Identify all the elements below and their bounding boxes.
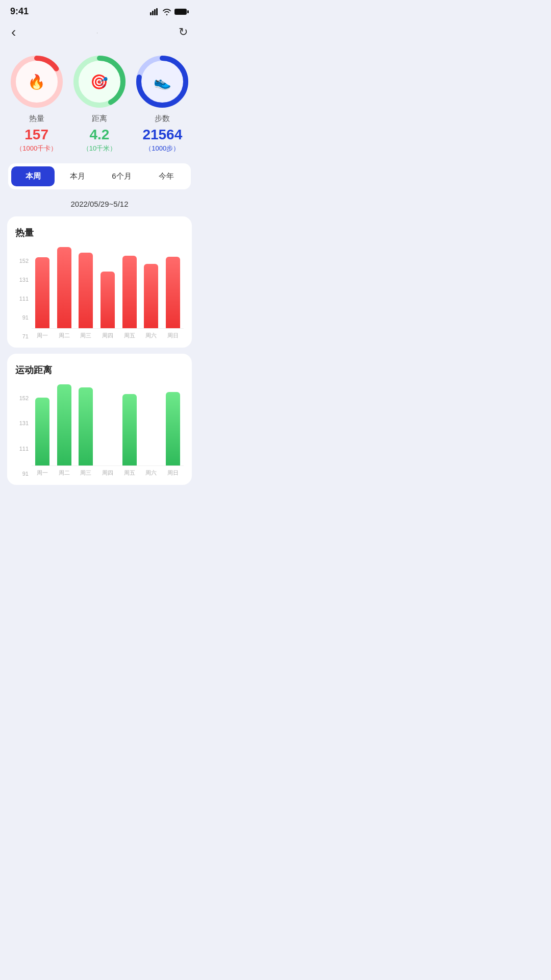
wifi-icon [162,8,171,15]
x-label: 周四 [101,469,115,477]
chart-title: 热量 [15,227,184,239]
stat-value-steps: 21564 [142,128,182,142]
stats-row: 🔥 热量157（1000千卡） 🎯 距离4.2（10千米） 👟 步数21564（… [0,48,199,163]
chart-title: 运动距离 [15,364,184,376]
stat-target-distance: （10千米） [83,144,116,153]
y-label: 91 [22,471,29,477]
stat-label-distance: 距离 [92,114,107,124]
bar-0 [35,257,49,328]
bar-col-1 [57,247,71,328]
bar-4 [122,394,137,465]
bar-col-4 [122,247,137,328]
y-label: 111 [19,296,29,302]
ring-distance: 🎯 [71,54,128,110]
ring-steps: 👟 [134,54,190,110]
x-label: 周日 [166,332,180,339]
stat-item-steps: 👟 步数21564（1000步） [134,54,190,153]
calories-chart-card: 热量 1521311119171 [7,216,192,348]
battery-icon [174,8,189,15]
bars-row [32,384,184,466]
distance-chart-card: 运动距离 15213111191 [7,354,192,485]
stat-value-distance: 4.2 [90,128,110,142]
bar-col-0 [35,247,49,328]
x-labels: 周一周二周三周四周五周六周日 [32,332,184,339]
bar-3 [101,272,115,328]
tab-今年[interactable]: 今年 [144,166,188,186]
bar-col-4 [122,384,137,465]
bar-col-6 [166,384,180,465]
stat-item-calories: 🔥 热量157（1000千卡） [9,54,65,153]
x-label: 周五 [122,332,137,339]
chart-area: 15213111191 周一周二周三周四周五周六周日 [15,384,184,477]
x-label: 周四 [101,332,115,339]
bar-col-5 [144,247,158,328]
x-label: 周三 [79,332,93,339]
signal-icon [150,8,159,15]
bar-col-3 [101,247,115,328]
status-time: 9:41 [10,6,29,17]
header: ‹ · ↻ [0,19,199,48]
status-bar: 9:41 [0,0,199,19]
y-label: 131 [19,277,29,283]
svg-rect-3 [156,8,158,15]
x-label: 周一 [35,332,49,339]
stat-icon-calories: 🔥 [23,68,51,95]
tab-6个月[interactable]: 6个月 [100,166,143,186]
y-label: 111 [19,446,29,452]
stat-label-calories: 热量 [29,114,44,124]
svg-rect-5 [187,10,189,13]
svg-rect-1 [152,11,154,15]
tabs-wrapper: 本周本月6个月今年 [0,163,199,193]
x-label: 周三 [79,469,93,477]
svg-rect-2 [154,9,156,15]
bar-col-1 [57,384,71,465]
bars-row [32,247,184,329]
bar-0 [35,398,49,465]
refresh-button[interactable]: ↻ [179,26,188,39]
x-label: 周六 [144,332,158,339]
x-label: 周六 [144,469,158,477]
bar-col-0 [35,384,49,465]
stat-icon-distance: 🎯 [86,68,113,95]
ring-calories: 🔥 [9,54,65,110]
bar-5 [144,264,158,328]
stat-target-steps: （1000步） [145,144,180,153]
bar-1 [57,384,71,465]
tab-本周[interactable]: 本周 [11,166,55,186]
tabs: 本周本月6个月今年 [8,163,191,189]
bar-col-3 [101,384,115,465]
back-button[interactable]: ‹ [11,24,16,40]
stat-target-calories: （1000千卡） [16,144,57,153]
x-label: 周二 [57,469,71,477]
x-label: 周五 [122,469,137,477]
bar-col-2 [79,247,93,328]
x-labels: 周一周二周三周四周五周六周日 [32,469,184,477]
svg-rect-0 [150,12,152,15]
status-icons [150,8,189,15]
y-label: 152 [19,395,29,401]
bar-1 [57,247,71,328]
y-label: 131 [19,420,29,426]
x-label: 周日 [166,469,180,477]
stat-label-steps: 步数 [155,114,170,124]
bar-2 [79,253,93,328]
bar-6 [166,392,180,465]
x-label: 周一 [35,469,49,477]
x-label: 周二 [57,332,71,339]
stat-icon-steps: 👟 [148,68,176,95]
y-label: 71 [22,333,29,339]
stat-item-distance: 🎯 距离4.2（10千米） [71,54,128,153]
tab-本月[interactable]: 本月 [56,166,99,186]
y-label: 152 [19,258,29,264]
svg-rect-4 [174,9,187,15]
bar-col-2 [79,384,93,465]
stat-value-calories: 157 [24,128,48,142]
y-label: 91 [22,314,29,321]
bar-6 [166,257,180,328]
date-range: 2022/05/29~5/12 [0,193,199,213]
bar-col-6 [166,247,180,328]
bar-2 [79,387,93,465]
bar-4 [122,256,137,328]
chart-area: 1521311119171 周一周二周三周四周五周六周日 [15,247,184,339]
bar-col-5 [144,384,158,465]
